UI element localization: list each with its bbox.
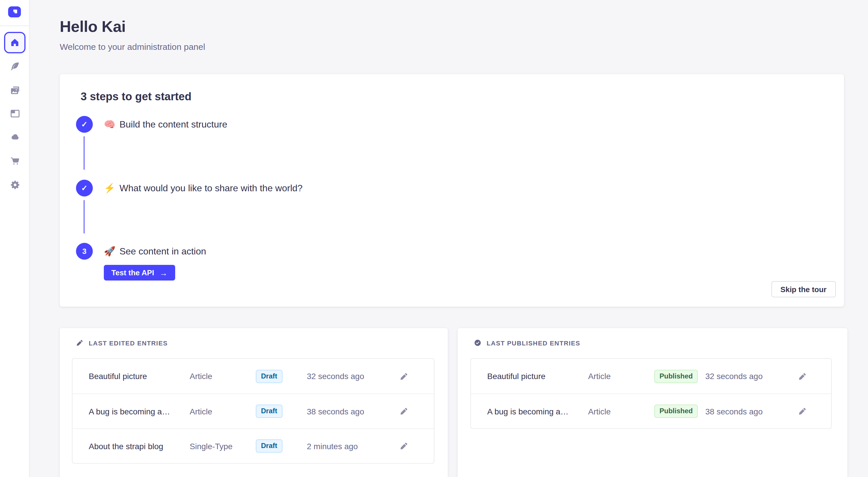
gear-icon (9, 179, 20, 190)
sidebar-item-home[interactable] (4, 32, 26, 53)
last-published-entries-panel: LAST PUBLISHED ENTRIES Beautiful picture… (458, 328, 847, 477)
step-number: 3 (82, 247, 86, 255)
panel-title: LAST EDITED ENTRIES (89, 339, 167, 346)
sidebar-item-media-library[interactable] (4, 79, 26, 101)
main-navigation-sidebar (0, 0, 30, 477)
table-row[interactable]: Beautiful picture Article Draft 32 secon… (72, 359, 434, 394)
strapi-logo-button[interactable] (8, 6, 21, 18)
table-row[interactable]: About the strapi blog Single-Type Draft … (72, 428, 434, 463)
getting-started-title: 3 steps to get started (81, 91, 191, 103)
edit-entry-button[interactable] (399, 441, 409, 451)
sidebar-item-cloud[interactable] (4, 126, 26, 148)
last-published-entries-table: Beautiful picture Article Published 32 s… (470, 358, 832, 429)
step-connector-line (84, 136, 85, 170)
edit-entry-button[interactable] (399, 406, 409, 417)
cloud-icon (9, 132, 20, 143)
step-3-status-circle: 3 (76, 243, 93, 260)
check-mark: ✓ (81, 184, 88, 193)
lightning-emoji-icon: ⚡ (104, 182, 116, 194)
step-3-label: 🚀 See content in action (104, 243, 206, 260)
last-edited-entries-table: Beautiful picture Article Draft 32 secon… (72, 358, 434, 464)
edit-entry-button[interactable] (797, 406, 808, 417)
check-circle-icon (474, 339, 482, 347)
check-mark: ✓ (81, 120, 88, 129)
page-title: Hello Kai (60, 18, 126, 36)
getting-started-card: 3 steps to get started ✓ 🧠 Build the con… (60, 74, 844, 307)
layout-icon (9, 108, 20, 118)
last-published-entries-header: LAST PUBLISHED ENTRIES (474, 339, 580, 347)
sidebar-item-marketplace[interactable] (4, 150, 26, 172)
rocket-emoji-icon: 🚀 (104, 246, 116, 257)
last-edited-entries-panel: LAST EDITED ENTRIES Beautiful picture Ar… (60, 328, 448, 477)
step-2-status-circle: ✓ (76, 180, 93, 197)
skip-the-tour-button[interactable]: Skip the tour (771, 281, 836, 297)
table-row[interactable]: Beautiful picture Article Published 32 s… (471, 359, 831, 394)
status-badge: Draft (256, 439, 282, 453)
sidebar-item-content-type-builder[interactable] (4, 103, 26, 124)
test-the-api-button[interactable]: Test the API → (104, 265, 175, 280)
edit-entry-button[interactable] (399, 371, 409, 382)
status-badge: Draft (256, 370, 282, 383)
arrow-right-icon: → (159, 268, 167, 277)
status-badge: Published (654, 370, 698, 383)
edit-entry-button[interactable] (797, 371, 808, 382)
feather-icon (9, 61, 20, 72)
last-edited-entries-header: LAST EDITED ENTRIES (76, 339, 167, 347)
sidebar-item-settings[interactable] (4, 174, 26, 195)
pictures-icon (9, 85, 20, 95)
step-1-status-circle: ✓ (76, 116, 93, 133)
step-1-label: 🧠 Build the content structure (104, 116, 227, 133)
strapi-admin-homepage: Hello Kai Welcome to your administration… (0, 0, 868, 477)
pencil-icon (76, 339, 84, 347)
table-row[interactable]: A bug is becoming a… Article Published 3… (471, 394, 831, 428)
status-badge: Published (654, 405, 698, 418)
sidebar-item-content-manager[interactable] (4, 56, 26, 77)
step-connector-line (84, 200, 85, 234)
shopping-cart-icon (9, 156, 20, 166)
status-badge: Draft (256, 405, 282, 418)
step-2-label: ⚡ What would you like to share with the … (104, 180, 303, 197)
brain-emoji-icon: 🧠 (104, 119, 116, 130)
panel-title: LAST PUBLISHED ENTRIES (487, 339, 580, 346)
sidebar-divider (0, 26, 30, 26)
strapi-logo-icon (10, 7, 19, 16)
table-row[interactable]: A bug is becoming a… Article Draft 38 se… (72, 394, 434, 428)
page-subtitle: Welcome to your administration panel (60, 42, 205, 52)
home-icon (10, 38, 20, 47)
